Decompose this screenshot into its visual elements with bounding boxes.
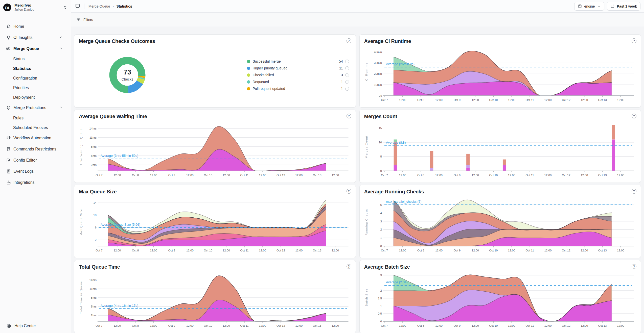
sidebar: m Mergifyio Julien Danjou Home CI Insigh… — [0, 0, 71, 333]
legend-value: 11 — [339, 66, 343, 70]
svg-text:Oct 10: Oct 10 — [489, 98, 498, 101]
help-icon[interactable]: ? — [347, 189, 351, 194]
info-icon[interactable]: i — [345, 60, 349, 63]
org-switch-icon[interactable] — [63, 5, 68, 10]
filters-bar[interactable]: Filters — [71, 13, 644, 27]
card-title: Merge Queue Checks Outcomes — [79, 38, 351, 44]
sidebar-item-priorities[interactable]: Priorities — [0, 83, 68, 93]
sidebar-item-commands-restrictions[interactable]: Commands Restrictions — [0, 144, 68, 155]
legend-item[interactable]: Checks failed3i — [247, 72, 349, 78]
sidebar-item-label: Merge Protections — [13, 106, 46, 110]
svg-text:5: 5 — [380, 203, 382, 206]
svg-text:0: 0 — [380, 169, 382, 172]
sidebar-item-deployment[interactable]: Deployment — [0, 93, 68, 102]
svg-text:12:00: 12:00 — [472, 98, 479, 101]
chart-card-running-checks: Average Running Checks ? Oct 712:00Oct 8… — [359, 185, 641, 258]
info-icon[interactable]: i — [345, 73, 349, 77]
info-icon[interactable]: i — [345, 66, 349, 70]
svg-text:Total Time in Queue: Total Time in Queue — [80, 281, 83, 314]
svg-text:Oct 13: Oct 13 — [598, 174, 607, 177]
svg-text:12:00: 12:00 — [150, 324, 157, 327]
sidebar-item-config-editor[interactable]: Config Editor — [0, 155, 68, 166]
chart-card-max-queue-size: Max Queue Size ? Oct 712:00Oct 812:00Oct… — [74, 185, 356, 258]
svg-text:2: 2 — [380, 228, 382, 231]
svg-text:10: 10 — [379, 141, 382, 144]
sidebar-item-merge-protections[interactable]: Merge Protections — [0, 102, 68, 113]
sidebar-nav: Home CI Insights Merge Queue Status Stat… — [0, 15, 71, 188]
info-icon[interactable]: i — [345, 80, 349, 84]
total-queue-time-chart[interactable]: Oct 712:00Oct 812:00Oct 912:00Oct 1012:0… — [79, 271, 351, 331]
svg-text:2: 2 — [95, 238, 97, 241]
merges-count-chart[interactable]: Oct 712:00Oct 812:00Oct 912:00Oct 1012:0… — [364, 120, 636, 181]
sidebar-item-statistics[interactable]: Statistics — [0, 64, 68, 73]
sidebar-item-workflow-automation[interactable]: Workflow Automation — [0, 133, 68, 144]
sidebar-item-integrations[interactable]: Integrations — [0, 177, 68, 188]
svg-text:12:00: 12:00 — [113, 249, 121, 252]
help-icon[interactable]: ? — [632, 189, 636, 194]
svg-text:12:00: 12:00 — [617, 324, 624, 327]
legend-item[interactable]: Higher priority queued11i — [247, 66, 349, 71]
sidebar-item-rules[interactable]: Rules — [0, 113, 68, 123]
repo-icon — [578, 4, 582, 8]
svg-text:0: 0 — [380, 245, 382, 248]
help-icon[interactable]: ? — [347, 38, 351, 43]
svg-text:Oct 10: Oct 10 — [489, 174, 498, 177]
help-icon[interactable]: ? — [632, 264, 636, 269]
svg-text:Oct 13: Oct 13 — [598, 324, 607, 327]
svg-text:12:00: 12:00 — [295, 249, 303, 252]
svg-text:Oct 13: Oct 13 — [313, 324, 321, 327]
sidebar-item-status[interactable]: Status — [0, 54, 68, 64]
help-icon[interactable]: ? — [347, 264, 351, 269]
legend-color-dot — [247, 87, 250, 90]
svg-text:12:00: 12:00 — [617, 249, 624, 252]
svg-text:12:00: 12:00 — [581, 324, 588, 327]
breadcrumb-merge-queue[interactable]: Merge Queue — [88, 4, 110, 8]
max-queue-size-chart[interactable]: Oct 712:00Oct 812:00Oct 912:00Oct 1012:0… — [79, 196, 351, 256]
chevron-up-icon — [59, 46, 65, 51]
help-icon[interactable]: ? — [632, 114, 636, 118]
chevron-down-icon — [597, 5, 601, 8]
org-name: Mergifyio — [14, 3, 34, 8]
card-title: Average Running Checks — [364, 189, 636, 195]
donut-legend: Successful merge54iHigher priority queue… — [247, 59, 349, 91]
svg-text:12:00: 12:00 — [186, 324, 194, 327]
sidebar-toggle-button[interactable] — [75, 3, 80, 9]
info-icon[interactable]: i — [345, 87, 349, 91]
outcomes-donut-chart[interactable]: 73Checks — [103, 51, 152, 99]
sidebar-item-home[interactable]: Home — [0, 21, 68, 32]
svg-text:5hrs: 5hrs — [91, 154, 97, 157]
legend-item[interactable]: Successful merge54i — [247, 59, 349, 64]
sidebar-item-scheduled-freezes[interactable]: Scheduled Freezes — [0, 123, 68, 133]
help-icon[interactable]: ? — [632, 38, 636, 43]
org-switcher[interactable]: m Mergifyio Julien Danjou — [0, 0, 71, 15]
legend-value: 1 — [341, 87, 343, 91]
legend-label: Dequeued — [253, 80, 269, 84]
repo-select-button[interactable]: engine — [574, 2, 604, 11]
svg-text:12:00: 12:00 — [617, 174, 624, 177]
sidebar-item-configuration[interactable]: Configuration — [0, 73, 68, 83]
panel-toggle-icon — [75, 3, 80, 8]
svg-text:20min: 20min — [374, 72, 382, 75]
sidebar-item-merge-queue[interactable]: Merge Queue — [0, 43, 68, 54]
legend-item[interactable]: Pull request updated1i — [247, 86, 349, 91]
running-checks-chart[interactable]: Oct 712:00Oct 812:00Oct 912:00Oct 1012:0… — [364, 196, 636, 256]
charts-grid: Merge Queue Checks Outcomes ? 73Checks S… — [71, 27, 644, 333]
queue-waiting-chart[interactable]: Oct 712:00Oct 812:00Oct 912:00Oct 1012:0… — [79, 120, 351, 181]
svg-text:12:00: 12:00 — [472, 324, 479, 327]
legend-item[interactable]: Dequeued1i — [247, 79, 349, 84]
date-range-button[interactable]: Past 1 week — [607, 2, 640, 11]
svg-text:8hrs: 8hrs — [91, 296, 97, 299]
svg-text:1.5: 1.5 — [378, 297, 382, 300]
svg-text:3: 3 — [380, 220, 382, 223]
sidebar-item-event-logs[interactable]: Event Logs — [0, 166, 68, 177]
help-center-link[interactable]: Help Center — [6, 323, 36, 328]
sidebar-item-ci-insights[interactable]: CI Insights — [0, 32, 68, 43]
svg-text:2: 2 — [380, 289, 382, 292]
help-icon[interactable]: ? — [347, 114, 351, 118]
ci-runtime-chart[interactable]: Oct 712:00Oct 812:00Oct 912:00Oct 1012:0… — [364, 45, 636, 106]
svg-text:Running Checks: Running Checks — [365, 209, 368, 235]
shield-check-icon — [6, 105, 11, 110]
svg-text:11hrs: 11hrs — [89, 136, 97, 139]
svg-text:Oct 13: Oct 13 — [598, 249, 607, 252]
batch-size-chart[interactable]: Oct 712:00Oct 812:00Oct 912:00Oct 1012:0… — [364, 271, 636, 331]
